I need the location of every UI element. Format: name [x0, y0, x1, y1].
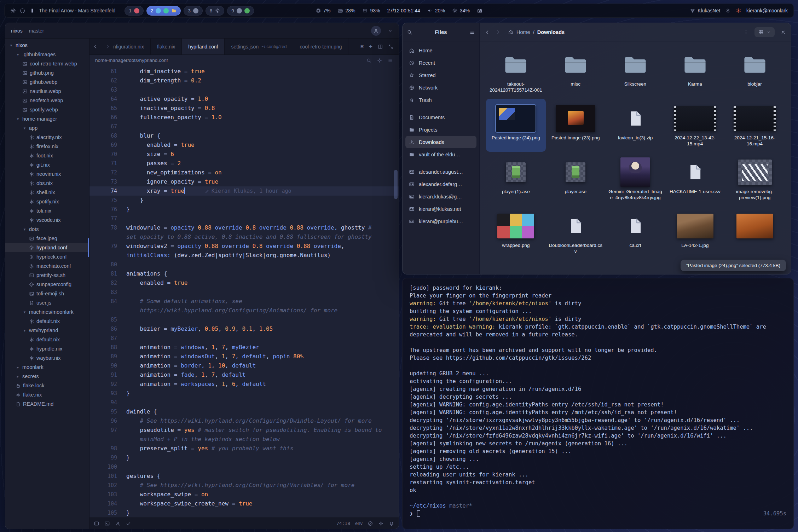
sidebar-item-kieran-purplebu-[interactable]: kieran@purplebu… [405, 215, 476, 227]
terminal-window[interactable]: [sudo] password for kierank:Place your f… [402, 278, 794, 529]
tree-item[interactable]: obs.nix [5, 179, 89, 188]
workspace-button-1[interactable]: 1 [125, 6, 144, 16]
avatar[interactable] [371, 26, 381, 36]
code-line[interactable]: 69 enabled = true [89, 140, 399, 150]
code-line[interactable]: 83 [89, 288, 399, 297]
tree-item[interactable]: face.jpeg [5, 234, 89, 243]
sidebar-item-home[interactable]: Home [405, 44, 476, 57]
tree-item[interactable]: ▾dots [5, 225, 89, 234]
code-line[interactable]: 87 [89, 334, 399, 343]
tree-item[interactable]: cool-retro-term.webp [5, 59, 89, 68]
code-line[interactable]: 85 [89, 315, 399, 324]
file-item[interactable]: ca.crt [606, 206, 665, 259]
path-segment-downloads[interactable]: Downloads [537, 29, 565, 35]
terminal-panel-icon[interactable] [104, 521, 110, 526]
tree-item[interactable]: neovim.nix [5, 169, 89, 179]
chevron-down-icon[interactable] [387, 28, 393, 34]
file-item[interactable]: DoubloonLeaderboard.csv [546, 206, 606, 259]
tree-item[interactable]: tofi-emoji.sh [5, 289, 89, 298]
code-line[interactable]: 88 animation = windows, 1, 7, myBezier [89, 343, 399, 352]
code-line[interactable]: 86 bezier = myBezier, 0.05, 0.9, 0.1, 1.… [89, 324, 399, 334]
close-icon[interactable] [780, 29, 786, 35]
code-line[interactable]: 100 [89, 462, 399, 472]
code-line[interactable]: 61 dim_inactive = true [89, 67, 399, 76]
tree-item[interactable]: ▾app [5, 123, 89, 133]
code-line[interactable]: 105} [89, 508, 399, 517]
zoom-pane-icon[interactable] [388, 44, 394, 50]
code-editor[interactable]: 61 dim_inactive = true62 dim_strength = … [89, 66, 399, 517]
path-segment-home[interactable]: Home [516, 29, 530, 35]
editor-scrollbar[interactable] [394, 170, 398, 199]
tree-item[interactable]: nautilus.webp [5, 87, 89, 96]
code-line[interactable]: 99} [89, 453, 399, 462]
tree-item[interactable]: shell.nix [5, 188, 89, 197]
tree-item[interactable]: macchiato.conf [5, 261, 89, 271]
assistant-icon[interactable] [377, 58, 382, 63]
code-line[interactable]: mainMod + P in the keybinds section belo… [89, 435, 399, 444]
project-button[interactable]: nixos [11, 28, 23, 34]
file-item[interactable]: Pasted image (24).png [486, 99, 546, 152]
split-pane-icon[interactable] [377, 44, 383, 50]
tree-item[interactable]: default.nix [5, 317, 89, 326]
hamburger-menu-icon[interactable] [469, 29, 475, 35]
file-item[interactable]: wrapped.png [486, 206, 546, 259]
file-item[interactable]: Pasted image (23).png [546, 99, 606, 152]
ai-icon[interactable] [378, 521, 384, 526]
code-line[interactable]: 73 ignore_opacity = true [89, 177, 399, 186]
code-line[interactable]: 98 preserve_split = yes # you probably w… [89, 444, 399, 453]
tree-item[interactable]: git.nix [5, 160, 89, 169]
code-line[interactable]: 77 [89, 214, 399, 223]
nix-snowflake-icon[interactable] [736, 8, 741, 13]
back-icon[interactable] [485, 29, 490, 35]
brightness-stat[interactable]: 34% [452, 8, 470, 13]
dnd-icon[interactable] [368, 521, 373, 526]
file-item[interactable]: player(1).ase [486, 152, 546, 206]
code-line[interactable]: 96 # See https://wiki.hyprland.org/Confi… [89, 416, 399, 426]
code-line[interactable]: set opacity to 0.88 active, 0.8 inactive… [89, 232, 399, 242]
code-line[interactable]: 101gestures { [89, 472, 399, 481]
tree-item[interactable]: flake.lock [5, 381, 89, 390]
file-item[interactable]: Gemini_Generated_Image_4rqv8k4rqv8k4rqv.… [606, 152, 665, 206]
notifications-bell-icon[interactable] [389, 521, 394, 526]
sidebar-item-kieran-klukas-net[interactable]: kieran@klukas.net [405, 203, 476, 215]
tab-hyprland-conf[interactable]: hyprland.conf [182, 39, 225, 54]
code-line[interactable]: 95dwindle { [89, 407, 399, 416]
network-indicator[interactable]: KlukasNet [690, 8, 720, 13]
collab-icon[interactable] [115, 521, 121, 526]
tree-item[interactable]: flake.nix [5, 390, 89, 399]
tab-cool-retro-term-png[interactable]: cool-retro-term.png [293, 39, 348, 54]
tree-item[interactable]: vscode.nix [5, 215, 89, 225]
tree-item[interactable]: ▾.github/images [5, 50, 89, 59]
terminal-prompt[interactable]: ❯ 34.695s [410, 510, 786, 517]
code-line[interactable]: 104 workspace_swipe_create_new = true [89, 499, 399, 508]
forward-icon[interactable] [495, 29, 501, 35]
file-item[interactable]: takeout-20241207T155714Z-001 [486, 45, 546, 98]
tab-settings-json[interactable]: settings.json~/.config/zed [225, 39, 293, 54]
diagnostics-check-icon[interactable] [126, 521, 131, 526]
tree-item[interactable]: ▸moonlark [5, 363, 89, 372]
code-line[interactable]: 91 animation = fade, 1, 7, default [89, 370, 399, 380]
workspace-button-9[interactable]: 9 [227, 6, 254, 16]
code-line[interactable]: 97 pseudotile = yes # master switch for … [89, 426, 399, 435]
file-item[interactable]: 2024-12-22_13-42-15.mp4 [665, 99, 725, 152]
tree-item[interactable]: hyprland.conf [5, 243, 89, 252]
file-item[interactable]: HACKATIME-1-user.csv [665, 152, 725, 206]
code-line[interactable]: 79windowrulev2 = opacity 0.88 override 0… [89, 242, 399, 251]
pause-icon[interactable] [29, 8, 35, 13]
code-line[interactable]: 92 animation = workspaces, 1, 6, default [89, 380, 399, 389]
sidebar-item-trash[interactable]: Trash [405, 94, 476, 106]
code-line[interactable]: 82 enabled = true [89, 278, 399, 288]
sidebar-item-kieran-klukas-g-[interactable]: kieran.klukas@g… [405, 190, 476, 203]
tree-item[interactable]: ▾nixos [5, 41, 89, 50]
volume-stat[interactable]: 20% [427, 8, 445, 13]
screenshot-icon[interactable] [477, 8, 482, 13]
tree-item[interactable]: tofi.nix [5, 206, 89, 215]
sidebar-item-starred[interactable]: Starred [405, 69, 476, 81]
code-line[interactable]: 65 inactive_opacity = 0.8 [89, 104, 399, 113]
code-line[interactable]: 75 } [89, 196, 399, 205]
code-line[interactable]: 103 workspace_swipe = on [89, 490, 399, 499]
file-item[interactable]: blobjar [725, 45, 785, 98]
sidebar-item-network[interactable]: Network [405, 81, 476, 94]
file-item[interactable]: 2024-12-21_15-16-16.mp4 [725, 99, 785, 152]
code-line[interactable]: 74 xray = trueKieran Klukas, 1 hour ago [89, 186, 399, 196]
